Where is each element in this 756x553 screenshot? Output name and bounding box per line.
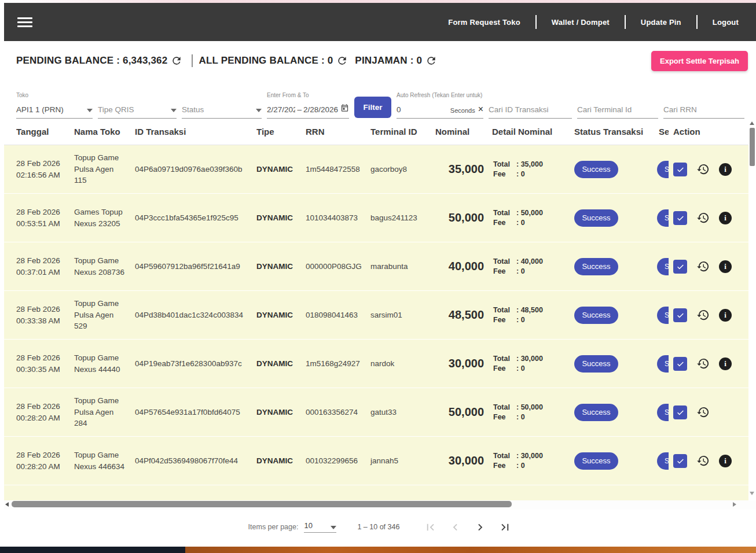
settle-button[interactable]: S bbox=[657, 258, 669, 275]
desktop-orange-region bbox=[185, 547, 756, 553]
history-icon[interactable] bbox=[696, 405, 710, 419]
refresh-all-pending-icon[interactable] bbox=[336, 55, 348, 67]
cell-rrn: 101034403873 bbox=[306, 212, 370, 224]
row-time: 02:16:56 AM bbox=[16, 169, 67, 181]
settle-checkbox[interactable] bbox=[673, 260, 687, 274]
horizontal-scrollbar[interactable] bbox=[4, 500, 756, 510]
first-page-button[interactable] bbox=[424, 521, 437, 534]
date-range-input[interactable]: Enter From & To 2/27/2026 – 2/28/2026 Ma… bbox=[267, 92, 349, 119]
tipe-qris-select[interactable]: Tipe QRIS bbox=[98, 92, 177, 119]
nav-wallet-dompet[interactable]: Wallet / Dompet bbox=[552, 18, 610, 27]
search-trx-field[interactable] bbox=[489, 92, 572, 119]
last-page-button[interactable] bbox=[498, 521, 512, 534]
detail-fee-value: : 0 bbox=[516, 219, 570, 227]
next-page-button[interactable] bbox=[474, 521, 487, 534]
col-id-transaksi: ID Transaksi bbox=[135, 127, 256, 137]
refresh-pinjaman-icon[interactable] bbox=[425, 55, 437, 67]
status-select[interactable]: Status bbox=[182, 92, 262, 119]
search-trx-input[interactable] bbox=[489, 105, 572, 114]
history-icon[interactable] bbox=[696, 211, 710, 224]
detail-total-label: Total bbox=[493, 306, 516, 314]
info-icon[interactable]: i bbox=[719, 455, 732, 467]
cell-settle: S bbox=[654, 452, 669, 470]
info-icon[interactable]: i bbox=[719, 357, 732, 370]
pending-balance-label: PENDING BALANCE : 6,343,362 bbox=[16, 55, 167, 67]
info-icon[interactable]: i bbox=[719, 309, 732, 322]
calendar-icon[interactable] bbox=[340, 104, 349, 114]
cell-tipe: DYNAMIC bbox=[256, 358, 306, 370]
desktop-background-strip bbox=[0, 547, 756, 553]
row-date: 28 Feb 2026 bbox=[16, 207, 67, 218]
date-from-value[interactable]: 2/27/2026 bbox=[267, 105, 295, 114]
menu-hamburger-icon[interactable] bbox=[17, 15, 32, 30]
scroll-up-arrow-icon[interactable] bbox=[750, 121, 754, 125]
toko-select[interactable]: Toko API1 1 (PRN) bbox=[16, 92, 93, 119]
detail-fee-label: Fee bbox=[493, 364, 516, 373]
cell-settle: S bbox=[654, 404, 669, 421]
settle-button[interactable]: S bbox=[657, 355, 669, 373]
settle-checkbox[interactable] bbox=[673, 308, 687, 322]
refresh-pending-icon[interactable] bbox=[171, 55, 182, 67]
cell-tipe: DYNAMIC bbox=[256, 212, 306, 224]
history-icon[interactable] bbox=[696, 163, 710, 176]
detail-total-value: : 50,000 bbox=[516, 209, 570, 217]
row-date: 28 Feb 2026 bbox=[16, 158, 67, 169]
settle-button[interactable]: S bbox=[657, 209, 669, 227]
settle-checkbox[interactable] bbox=[673, 357, 687, 371]
settle-button[interactable]: S bbox=[657, 161, 669, 178]
cell-settle: S bbox=[654, 307, 669, 324]
history-icon[interactable] bbox=[696, 260, 710, 273]
nav-form-request-toko[interactable]: Form Request Toko bbox=[448, 18, 520, 27]
previous-page-button[interactable] bbox=[449, 521, 462, 534]
info-icon[interactable]: i bbox=[719, 212, 732, 224]
export-settle-button[interactable]: Export Settle Terpisah bbox=[651, 51, 748, 71]
search-terminal-input[interactable] bbox=[577, 105, 658, 114]
transactions-table: Tanggal Nama Toko ID Transaksi Tipe RRN … bbox=[4, 119, 756, 500]
close-icon[interactable]: × bbox=[478, 105, 483, 114]
settle-checkbox[interactable] bbox=[673, 211, 687, 225]
row-time: 00:53:51 AM bbox=[16, 218, 67, 230]
settle-checkbox[interactable] bbox=[673, 454, 687, 468]
settle-button[interactable]: S bbox=[657, 307, 669, 324]
cell-status: Success bbox=[570, 307, 654, 324]
settle-button[interactable]: S bbox=[657, 404, 669, 421]
auto-refresh-field[interactable]: Auto Refresh (Tekan Enter untuk) Seconds… bbox=[397, 92, 483, 119]
scroll-right-arrow-icon[interactable] bbox=[733, 502, 736, 507]
scroll-left-arrow-icon[interactable] bbox=[5, 502, 9, 507]
table-row: 28 Feb 2026 00:53:51 AM Games Topup Nexu… bbox=[4, 194, 756, 242]
nav-logout[interactable]: Logout bbox=[713, 18, 739, 27]
settle-checkbox[interactable] bbox=[673, 405, 687, 419]
filter-button[interactable]: Filter bbox=[354, 97, 391, 118]
vertical-scrollbar-thumb[interactable] bbox=[750, 128, 755, 166]
items-per-page-select[interactable]: 10 bbox=[304, 521, 336, 533]
cell-tanggal: 28 Feb 2026 00:33:38 AM bbox=[16, 304, 74, 326]
history-icon[interactable] bbox=[696, 454, 710, 467]
info-icon[interactable]: i bbox=[719, 260, 732, 273]
cell-nama-toko: Topup Game Pulsa Agen 115 bbox=[74, 152, 135, 186]
cell-rrn: 1m5168g24927 bbox=[306, 358, 370, 370]
info-icon[interactable]: i bbox=[719, 163, 732, 176]
detail-fee-label: Fee bbox=[493, 170, 516, 178]
history-icon[interactable] bbox=[696, 308, 710, 322]
col-terminal-id: Terminal ID bbox=[370, 127, 435, 137]
settle-checkbox[interactable] bbox=[673, 163, 687, 176]
auto-refresh-input[interactable] bbox=[397, 105, 431, 114]
search-terminal-field[interactable] bbox=[577, 92, 658, 119]
settle-pill-label: S bbox=[665, 214, 669, 222]
search-rrn-field[interactable] bbox=[663, 92, 744, 119]
cell-action: i bbox=[669, 308, 737, 322]
cell-nama-toko: Games Topup Nexus 23205 bbox=[74, 207, 135, 229]
history-icon[interactable] bbox=[696, 357, 710, 370]
vertical-scrollbar[interactable] bbox=[748, 119, 756, 500]
nav-update-pin[interactable]: Update Pin bbox=[641, 18, 681, 27]
scroll-down-arrow-icon[interactable] bbox=[750, 492, 754, 495]
search-rrn-input[interactable] bbox=[663, 105, 744, 114]
tipe-qris-placeholder: Tipe QRIS bbox=[98, 105, 134, 114]
filter-bar: Toko API1 1 (PRN) Tipe QRIS Status Enter… bbox=[4, 77, 756, 119]
date-to-value[interactable]: 2/28/2026 bbox=[303, 105, 338, 114]
detail-fee-label: Fee bbox=[493, 413, 516, 421]
horizontal-scrollbar-thumb[interactable] bbox=[12, 501, 512, 507]
settle-button[interactable]: S bbox=[657, 452, 669, 470]
detail-total-label: Total bbox=[493, 257, 516, 266]
cell-status: Success bbox=[570, 404, 654, 421]
